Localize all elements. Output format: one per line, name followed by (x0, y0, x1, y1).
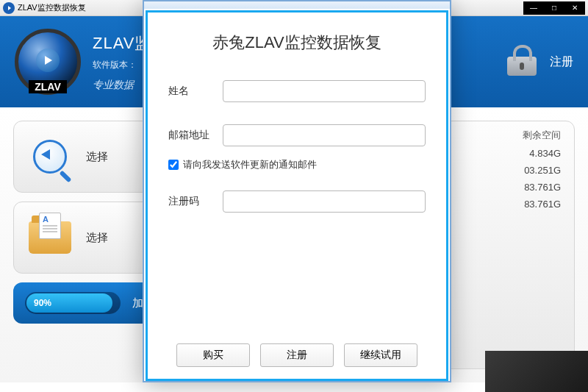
folder-icon (26, 213, 74, 262)
window-title: ZLAV监控数据恢复 (18, 2, 86, 13)
continue-trial-button[interactable]: 继续试用 (344, 343, 417, 367)
dialog-buttons: 购买 注册 继续试用 (168, 343, 426, 367)
app-logo: ZLAV (15, 29, 81, 95)
desktop-corner (485, 351, 588, 392)
email-label: 邮箱地址 (168, 129, 223, 142)
progress-bar: 90% (25, 292, 121, 314)
email-row: 邮箱地址 (168, 124, 426, 146)
disk-search-icon (26, 132, 74, 181)
progress-fill: 90% (26, 293, 112, 313)
name-input[interactable] (223, 80, 426, 102)
lock-icon (501, 43, 542, 80)
newsletter-checkbox[interactable] (168, 160, 179, 170)
code-label: 注册码 (168, 195, 223, 208)
window-controls: — □ ✕ (523, 1, 585, 15)
select-disk-label: 选择 (86, 150, 108, 164)
progress-percent: 90% (34, 298, 51, 308)
name-label: 姓名 (168, 85, 223, 98)
dialog-titlebar (144, 1, 450, 9)
register-button[interactable]: 注册 (260, 343, 334, 367)
register-dialog: 赤兔ZLAV监控数据恢复 姓名 邮箱地址 请向我发送软件更新的通知邮件 注册码 … (143, 0, 451, 382)
code-input[interactable] (223, 190, 426, 213)
name-row: 姓名 (168, 80, 426, 102)
app-icon (3, 2, 15, 14)
newsletter-row[interactable]: 请向我发送软件更新的通知邮件 (168, 158, 426, 171)
close-button[interactable]: ✕ (564, 1, 585, 15)
logo-text: ZLAV (29, 80, 67, 93)
email-input[interactable] (223, 124, 426, 146)
buy-button[interactable]: 购买 (176, 343, 250, 367)
newsletter-label: 请向我发送软件更新的通知邮件 (183, 158, 317, 171)
play-icon (36, 49, 60, 72)
dialog-title: 赤兔ZLAV监控数据恢复 (168, 32, 426, 54)
register-box[interactable]: 注册 (501, 43, 573, 80)
register-label: 注册 (550, 54, 573, 70)
maximize-button[interactable]: □ (544, 1, 564, 15)
dialog-body: 赤兔ZLAV监控数据恢复 姓名 邮箱地址 请向我发送软件更新的通知邮件 注册码 … (146, 10, 448, 381)
select-folder-label: 选择 (86, 231, 108, 245)
minimize-button[interactable]: — (523, 1, 544, 15)
code-row: 注册码 (168, 190, 426, 213)
